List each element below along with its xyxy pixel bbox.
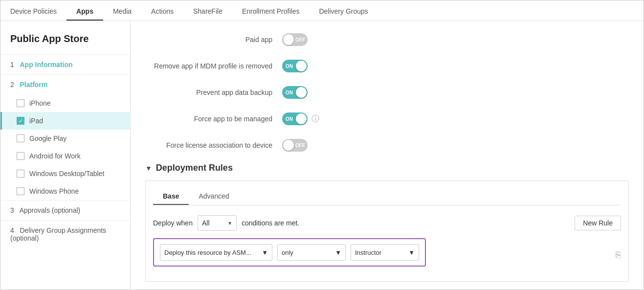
force-license-track[interactable]: OFF	[282, 139, 308, 152]
delivery-number: 4	[10, 226, 14, 234]
force-managed-row: Force app to be managed ON ⓘ	[145, 110, 629, 128]
deploy-when-select[interactable]: All ▼	[198, 215, 237, 231]
sidebar-item-android-for-work[interactable]: Android for Work	[0, 147, 130, 165]
tab-device-policies[interactable]: Device Policies	[0, 0, 67, 21]
remove-app-label: Remove app if MDM profile is removed	[145, 62, 282, 70]
deployment-rules-section: ▼ Deployment Rules Base Advanced Deploy …	[145, 163, 629, 282]
new-rule-button[interactable]: New Rule	[575, 216, 621, 230]
windows-phone-checkbox[interactable]	[17, 187, 24, 195]
main-layout: Public App Store 1 App Information 2 Pla…	[0, 21, 644, 290]
paid-app-thumb	[283, 34, 294, 45]
only-select[interactable]: only ▼	[277, 244, 346, 261]
remove-app-toggle[interactable]: ON	[282, 60, 308, 72]
force-license-row: Force license association to device OFF	[145, 136, 629, 154]
remove-app-track[interactable]: ON	[282, 60, 308, 72]
force-managed-toggle[interactable]: ON	[282, 112, 308, 125]
tab-delivery-groups[interactable]: Delivery Groups	[309, 0, 378, 21]
platform-label: Platform	[20, 81, 47, 89]
only-chevron-icon: ▼	[335, 249, 341, 256]
only-select-value: only	[282, 249, 293, 256]
force-license-state: OFF	[295, 143, 305, 148]
prevent-backup-state: ON	[286, 90, 293, 95]
tab-enrollment-profiles[interactable]: Enrollment Profiles	[232, 0, 310, 21]
paid-app-row: Paid app OFF	[145, 31, 629, 48]
force-license-thumb	[283, 140, 294, 151]
android-for-work-checkbox[interactable]	[17, 152, 24, 160]
sidebar-title: Public App Store	[0, 28, 130, 54]
windows-phone-label: Windows Phone	[29, 187, 79, 195]
resource-select[interactable]: Deploy this resource by ASM... ▼	[160, 244, 272, 261]
app-info-label: App Information	[20, 61, 72, 68]
resource-chevron-icon: ▼	[262, 249, 268, 256]
prevent-backup-track[interactable]: ON	[282, 86, 308, 99]
remove-app-thumb	[296, 61, 307, 71]
sidebar-item-ipad[interactable]: iPad	[0, 112, 130, 130]
tab-media[interactable]: Media	[103, 0, 141, 21]
iphone-checkbox[interactable]	[17, 99, 24, 107]
instructor-select[interactable]: Instructor ▼	[351, 244, 419, 261]
sidebar-item-windows-desktop[interactable]: Windows Desktop/Tablet	[0, 165, 130, 182]
approvals-number: 3	[10, 206, 14, 214]
paid-app-label: Paid app	[145, 36, 282, 44]
sidebar: Public App Store 1 App Information 2 Pla…	[0, 21, 131, 290]
tab-apps[interactable]: Apps	[67, 0, 103, 21]
tab-advanced[interactable]: Advanced	[189, 188, 239, 205]
deployment-rules-title: Deployment Rules	[156, 163, 233, 173]
windows-desktop-label: Windows Desktop/Tablet	[29, 170, 104, 178]
deploy-when-row: Deploy when All ▼ conditions are met. Ne…	[153, 215, 621, 231]
android-for-work-label: Android for Work	[29, 152, 81, 160]
resource-select-value: Deploy this resource by ASM...	[164, 249, 251, 256]
force-managed-info-icon[interactable]: ⓘ	[311, 114, 319, 124]
rule-row: Deploy this resource by ASM... ▼ only ▼ …	[153, 238, 426, 267]
paid-app-track[interactable]: OFF	[282, 33, 308, 46]
prevent-backup-row: Prevent app data backup ON	[145, 84, 629, 101]
tab-actions[interactable]: Actions	[141, 0, 183, 21]
collapse-arrow-icon: ▼	[145, 164, 152, 172]
chevron-down-icon: ▼	[227, 221, 232, 226]
ipad-checkbox[interactable]	[17, 117, 24, 125]
app-info-number: 1	[10, 61, 14, 68]
force-license-toggle[interactable]: OFF	[282, 139, 308, 152]
tab-sharefile[interactable]: ShareFile	[183, 0, 232, 21]
deployment-tabs: Base Advanced	[153, 188, 621, 205]
force-managed-thumb	[296, 113, 307, 124]
force-managed-track[interactable]: ON	[282, 112, 308, 125]
instructor-select-value: Instructor	[355, 249, 381, 256]
ipad-label: iPad	[29, 117, 43, 125]
deployment-rules-header[interactable]: ▼ Deployment Rules	[145, 163, 629, 173]
sidebar-section-platform[interactable]: 2 Platform	[0, 74, 130, 94]
force-license-label: Force license association to device	[145, 141, 282, 149]
approvals-label: Approvals (optional)	[20, 206, 81, 214]
google-play-label: Google Play	[29, 134, 67, 142]
windows-desktop-checkbox[interactable]	[17, 170, 24, 178]
remove-app-row: Remove app if MDM profile is removed ON	[145, 57, 629, 75]
prevent-backup-thumb	[296, 87, 307, 98]
delivery-label: Delivery Group Assignments (optional)	[10, 226, 106, 242]
content-area: Paid app OFF Remove app if MDM profile i…	[131, 21, 644, 290]
deploy-when-label: Deploy when	[153, 219, 193, 227]
sidebar-section-delivery-group[interactable]: 4 Delivery Group Assignments (optional)	[0, 220, 130, 248]
top-navigation: Device Policies Apps Media Actions Share…	[0, 0, 644, 21]
force-managed-label: Force app to be managed	[145, 115, 282, 123]
deploy-when-value: All	[202, 219, 210, 227]
sidebar-item-windows-phone[interactable]: Windows Phone	[0, 182, 130, 200]
google-play-checkbox[interactable]	[17, 134, 24, 142]
prevent-backup-label: Prevent app data backup	[145, 89, 282, 96]
remove-app-state: ON	[286, 64, 293, 69]
platform-number: 2	[10, 81, 14, 89]
force-managed-state: ON	[286, 116, 293, 122]
sidebar-item-iphone[interactable]: iPhone	[0, 94, 130, 112]
conditions-label: conditions are met.	[242, 219, 299, 227]
sidebar-section-approvals[interactable]: 3 Approvals (optional)	[0, 200, 130, 220]
instructor-chevron-icon: ▼	[408, 249, 415, 256]
sidebar-item-google-play[interactable]: Google Play	[0, 130, 130, 147]
copy-icon[interactable]: ⎘	[616, 250, 621, 260]
sidebar-section-app-info[interactable]: 1 App Information	[0, 54, 130, 74]
prevent-backup-toggle[interactable]: ON	[282, 86, 308, 99]
paid-app-toggle[interactable]: OFF	[282, 33, 308, 46]
tab-base[interactable]: Base	[153, 188, 189, 205]
iphone-label: iPhone	[29, 99, 51, 107]
paid-app-state: OFF	[295, 37, 305, 43]
